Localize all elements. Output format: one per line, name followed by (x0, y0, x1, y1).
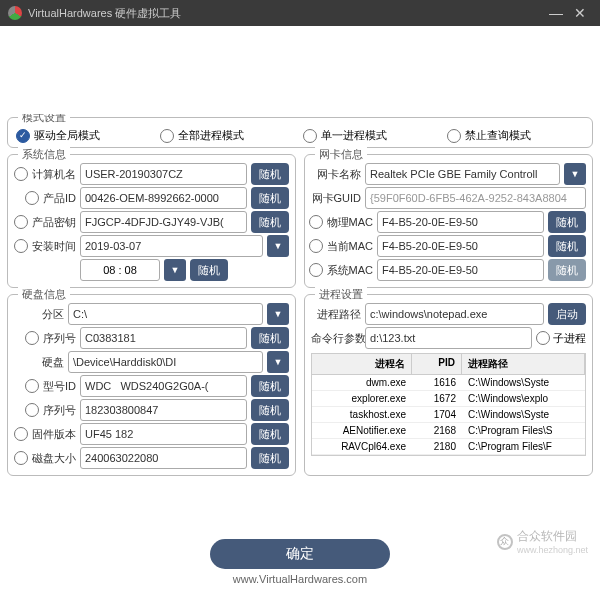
blank-area (6, 32, 594, 112)
process-group: 进程设置 进程路径 启动 命令行参数 子进程 进程名 PI (304, 294, 593, 476)
firmware-input[interactable] (80, 423, 247, 445)
radio-icon[interactable] (309, 239, 323, 253)
cmdline-args-input[interactable] (365, 327, 532, 349)
radio-icon[interactable] (25, 379, 39, 393)
window-title: VirtualHardwares 硬件虚拟工具 (28, 6, 544, 21)
partition-dropdown-button[interactable]: ▼ (267, 303, 289, 325)
random-button[interactable]: 随机 (251, 187, 289, 209)
system-info-title: 系统信息 (18, 147, 70, 162)
radio-icon[interactable] (309, 215, 323, 229)
computer-name-input[interactable] (80, 163, 247, 185)
table-row[interactable]: explorer.exe1672C:\Windows\explo (312, 391, 585, 407)
table-header-name[interactable]: 进程名 (312, 354, 412, 374)
cell-path: C:\Program Files\F (462, 439, 585, 454)
disk-dropdown-button[interactable]: ▼ (267, 351, 289, 373)
cell-process-name: RAVCpl64.exe (312, 439, 412, 454)
install-date-input[interactable] (80, 235, 263, 257)
cell-process-name: dwm.exe (312, 375, 412, 390)
cell-path: C:\Program Files\S (462, 423, 585, 438)
mode-option-0[interactable]: 驱动全局模式 (16, 128, 154, 143)
table-header-path[interactable]: 进程路径 (462, 354, 585, 374)
time-dropdown-button[interactable]: ▼ (164, 259, 186, 281)
radio-icon (536, 331, 550, 345)
random-button[interactable]: 随机 (251, 163, 289, 185)
random-button[interactable]: 随机 (251, 447, 289, 469)
phys-mac-input[interactable] (377, 211, 544, 233)
radio-icon[interactable] (14, 215, 28, 229)
table-row[interactable]: dwm.exe1616C:\Windows\Syste (312, 375, 585, 391)
footer-url: www.VirtualHardwares.com (4, 571, 596, 587)
titlebar: VirtualHardwares 硬件虚拟工具 — ✕ (0, 0, 600, 26)
random-button[interactable]: 随机 (251, 211, 289, 233)
cell-path: C:\Windows\Syste (462, 407, 585, 422)
process-path-input[interactable] (365, 303, 544, 325)
mode-option-1[interactable]: 全部进程模式 (160, 128, 298, 143)
radio-icon[interactable] (14, 451, 28, 465)
radio-icon[interactable] (14, 167, 28, 181)
minimize-button[interactable]: — (544, 3, 568, 23)
nic-info-title: 网卡信息 (315, 147, 367, 162)
table-header-pid[interactable]: PID (412, 354, 462, 374)
cell-process-name: AENotifier.exe (312, 423, 412, 438)
random-button[interactable]: 随机 (190, 259, 228, 281)
random-button[interactable]: 随机 (251, 399, 289, 421)
close-button[interactable]: ✕ (568, 3, 592, 23)
table-row[interactable]: taskhost.exe1704C:\Windows\Syste (312, 407, 585, 423)
random-button[interactable]: 随机 (251, 375, 289, 397)
launch-button[interactable]: 启动 (548, 303, 586, 325)
cell-pid: 1672 (412, 391, 462, 406)
cell-path: C:\Windows\explo (462, 391, 585, 406)
app-icon (8, 6, 22, 20)
radio-icon[interactable] (14, 239, 28, 253)
confirm-button[interactable]: 确定 (210, 539, 390, 569)
mode-option-2[interactable]: 单一进程模式 (303, 128, 441, 143)
radio-icon[interactable] (25, 331, 39, 345)
system-info-group: 系统信息 计算机名 随机 产品ID 随机 产品密钥 随机 (7, 154, 296, 288)
disk-path-input[interactable] (68, 351, 263, 373)
disk-serial-input[interactable] (80, 399, 247, 421)
cell-pid: 2180 (412, 439, 462, 454)
process-table: 进程名 PID 进程路径 dwm.exe1616C:\Windows\Syste… (311, 353, 586, 456)
mode-group-title: 模式设置 (18, 114, 70, 125)
date-dropdown-button[interactable]: ▼ (267, 235, 289, 257)
radio-icon[interactable] (25, 191, 39, 205)
product-key-input[interactable] (80, 211, 247, 233)
nic-guid-display: {59F0F60D-6FB5-462A-9252-843A8804 (365, 187, 586, 209)
radio-checked-icon (16, 129, 30, 143)
child-process-option[interactable]: 子进程 (536, 331, 586, 346)
table-row[interactable]: RAVCpl64.exe2180C:\Program Files\F (312, 439, 585, 455)
cell-process-name: taskhost.exe (312, 407, 412, 422)
cell-process-name: explorer.exe (312, 391, 412, 406)
cell-pid: 1616 (412, 375, 462, 390)
partition-serial-input[interactable] (80, 327, 247, 349)
model-id-input[interactable] (80, 375, 247, 397)
random-button[interactable]: 随机 (251, 423, 289, 445)
process-group-title: 进程设置 (315, 287, 367, 302)
disk-info-group: 硬盘信息 分区 ▼ 序列号 随机 硬盘 ▼ (7, 294, 296, 476)
random-button[interactable]: 随机 (251, 327, 289, 349)
radio-icon[interactable] (14, 427, 28, 441)
table-row[interactable]: AENotifier.exe2168C:\Program Files\S (312, 423, 585, 439)
curr-mac-input[interactable] (377, 235, 544, 257)
cell-pid: 2168 (412, 423, 462, 438)
radio-icon[interactable] (309, 263, 323, 277)
random-button[interactable]: 随机 (548, 211, 586, 233)
radio-icon[interactable] (25, 403, 39, 417)
sys-mac-input[interactable] (377, 259, 544, 281)
product-id-input[interactable] (80, 187, 247, 209)
mode-option-3[interactable]: 禁止查询模式 (447, 128, 585, 143)
radio-icon (447, 129, 461, 143)
watermark: 众 合众软件园 www.hezhong.net (497, 528, 588, 555)
install-time-input[interactable] (80, 259, 160, 281)
radio-icon (303, 129, 317, 143)
disk-info-title: 硬盘信息 (18, 287, 70, 302)
nic-dropdown-button[interactable]: ▼ (564, 163, 586, 185)
random-button[interactable]: 随机 (548, 235, 586, 257)
nic-name-input[interactable] (365, 163, 560, 185)
random-button[interactable]: 随机 (548, 259, 586, 281)
disk-size-input[interactable] (80, 447, 247, 469)
partition-input[interactable] (68, 303, 263, 325)
window-body: 模式设置 驱动全局模式 全部进程模式 单一进程模式 禁止查询模式 系统信息 计算… (0, 26, 600, 591)
nic-info-group: 网卡信息 网卡名称 ▼ 网卡GUID {59F0F60D-6FB5-462A-9… (304, 154, 593, 288)
cell-pid: 1704 (412, 407, 462, 422)
